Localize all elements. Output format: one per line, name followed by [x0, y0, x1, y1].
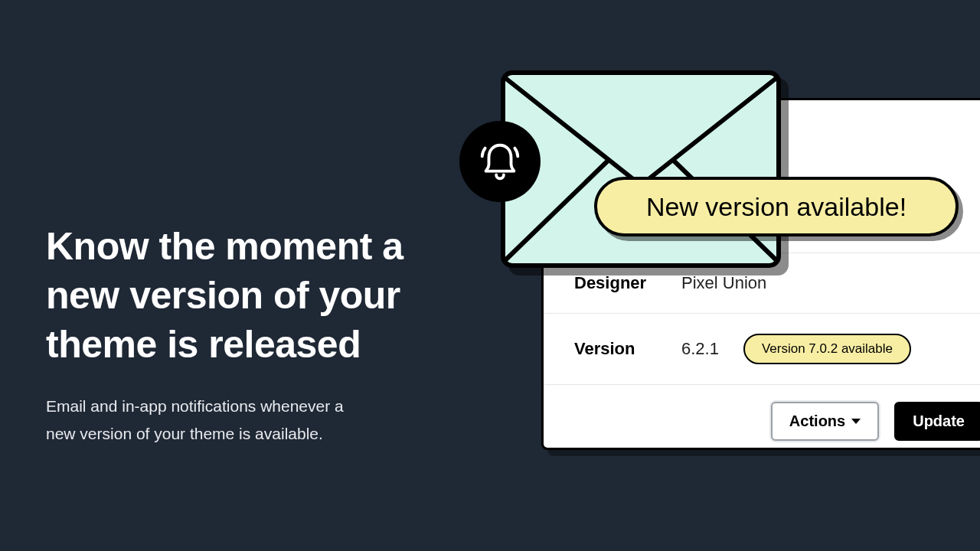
designer-label: Designer — [574, 273, 681, 293]
card-button-row: Actions Update — [544, 385, 980, 458]
version-label: Version — [574, 339, 681, 359]
available-badge: Version 7.0.2 available — [743, 334, 911, 364]
chevron-down-icon — [851, 419, 861, 424]
update-button-label: Update — [913, 412, 965, 430]
hero-subtext: Email and in-app notifications whenever … — [46, 393, 375, 447]
new-version-pill-label: New version available! — [646, 192, 906, 222]
actions-button-label: Actions — [789, 412, 845, 430]
update-button[interactable]: Update — [894, 402, 980, 441]
new-version-pill: New version available! — [594, 177, 959, 236]
bell-icon — [459, 121, 541, 202]
designer-value: Pixel Union — [681, 273, 766, 293]
card-row-version: Version 6.2.1 Version 7.0.2 available — [544, 314, 980, 385]
version-value: 6.2.1 — [681, 339, 719, 359]
hero-headline: Know the moment a new version of your th… — [46, 222, 475, 369]
actions-button[interactable]: Actions — [771, 402, 879, 441]
